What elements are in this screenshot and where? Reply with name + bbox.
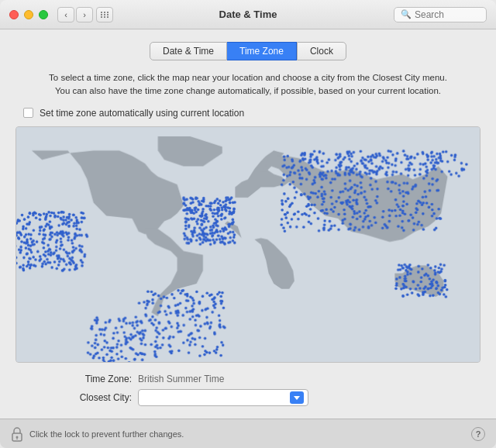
search-icon: 🔍 (401, 9, 412, 19)
closest-city-label: Closest City: (62, 392, 132, 403)
forward-button[interactable]: › (76, 7, 93, 22)
closest-city-dropdown-button[interactable] (290, 391, 304, 404)
timezone-value: British Summer Time (138, 374, 224, 384)
description-line1: To select a time zone, click the map nea… (49, 73, 447, 82)
tab-clock[interactable]: Clock (297, 42, 346, 60)
closest-city-row: Closest City: (62, 389, 480, 406)
tab-time-zone[interactable]: Time Zone (227, 42, 297, 60)
description-line2: You can also have the time zone change a… (55, 86, 441, 95)
window-title: Date & Time (219, 9, 277, 20)
tab-bar: Date & Time Time Zone Clock (16, 42, 480, 60)
auto-timezone-checkbox[interactable] (23, 108, 33, 118)
world-map[interactable] (16, 126, 480, 364)
timezone-fields: Time Zone: British Summer Time Closest C… (16, 374, 480, 406)
svg-point-1 (16, 436, 19, 438)
auto-timezone-row: Set time zone automatically using curren… (16, 108, 480, 119)
traffic-lights (9, 10, 48, 19)
search-box[interactable]: 🔍 (394, 7, 487, 22)
titlebar: ‹ › Date & Time 🔍 (0, 0, 496, 29)
auto-timezone-label: Set time zone automatically using curren… (40, 108, 244, 119)
lock-icon (11, 426, 23, 442)
grid-button[interactable] (96, 7, 113, 22)
bottom-bar: Click the lock to prevent further change… (0, 419, 496, 448)
close-button[interactable] (9, 10, 19, 19)
lock-text: Click the lock to prevent further change… (29, 429, 184, 439)
search-input[interactable] (415, 9, 484, 20)
grid-icon (101, 12, 109, 18)
closest-city-select[interactable] (138, 389, 308, 406)
chevron-down-icon (294, 396, 300, 400)
help-button[interactable]: ? (471, 427, 485, 441)
main-content: Date & Time Time Zone Clock To select a … (0, 29, 496, 419)
timezone-row: Time Zone: British Summer Time (62, 374, 480, 384)
back-button[interactable]: ‹ (57, 7, 74, 22)
tab-date-time[interactable]: Date & Time (150, 42, 227, 60)
map-canvas[interactable] (16, 127, 480, 363)
timezone-label: Time Zone: (62, 374, 132, 384)
lock-button[interactable]: Click the lock to prevent further change… (11, 426, 184, 442)
closest-city-input[interactable] (142, 392, 290, 403)
description: To select a time zone, click the map nea… (16, 71, 480, 98)
nav-arrows: ‹ › (57, 7, 93, 22)
maximize-button[interactable] (39, 10, 48, 19)
minimize-button[interactable] (24, 10, 33, 19)
